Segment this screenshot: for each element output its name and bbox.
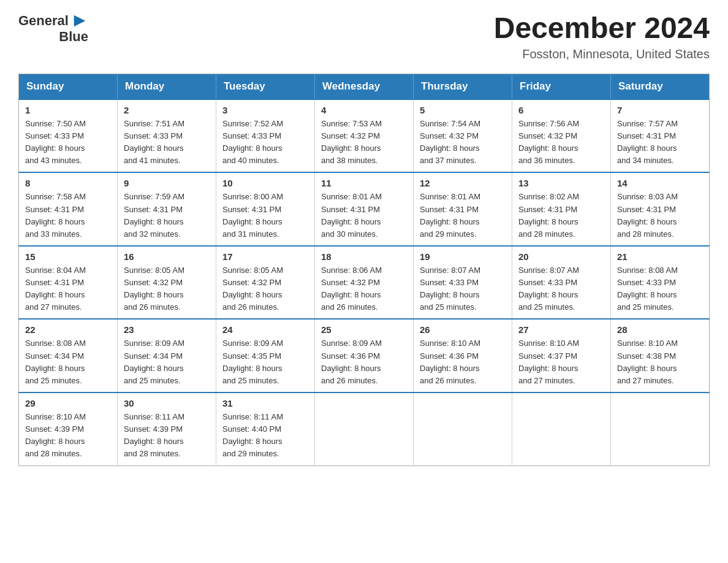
day-number: 13 (518, 178, 604, 188)
day-number: 5 (420, 105, 506, 115)
day-number: 20 (518, 251, 604, 262)
day-number: 4 (321, 105, 407, 115)
calendar-day-cell: 18 Sunrise: 8:06 AMSunset: 4:32 PMDaylig… (315, 246, 414, 320)
day-info: Sunrise: 8:02 AMSunset: 4:31 PMDaylight:… (518, 191, 604, 240)
day-number: 6 (518, 105, 604, 115)
day-info: Sunrise: 8:00 AMSunset: 4:31 PMDaylight:… (222, 191, 308, 240)
calendar-week-row: 1 Sunrise: 7:50 AMSunset: 4:33 PMDayligh… (19, 99, 710, 173)
calendar-day-cell: 8 Sunrise: 7:58 AMSunset: 4:31 PMDayligh… (19, 172, 118, 246)
logo: General Blue (18, 12, 88, 44)
day-number: 16 (124, 251, 210, 262)
day-info: Sunrise: 8:01 AMSunset: 4:31 PMDaylight:… (321, 191, 407, 240)
day-info: Sunrise: 8:04 AMSunset: 4:31 PMDaylight:… (25, 264, 111, 314)
day-info: Sunrise: 7:56 AMSunset: 4:32 PMDaylight:… (518, 118, 604, 167)
day-number: 31 (222, 398, 308, 408)
day-info: Sunrise: 8:10 AMSunset: 4:36 PMDaylight:… (420, 337, 506, 387)
day-info: Sunrise: 7:59 AMSunset: 4:31 PMDaylight:… (124, 191, 210, 240)
calendar-day-cell (611, 393, 710, 465)
day-number: 7 (617, 105, 703, 115)
day-number: 21 (617, 251, 703, 262)
day-number: 24 (222, 324, 308, 335)
calendar-day-cell: 31 Sunrise: 8:11 AMSunset: 4:40 PMDaylig… (216, 393, 315, 465)
calendar-day-cell: 2 Sunrise: 7:51 AMSunset: 4:33 PMDayligh… (118, 99, 216, 173)
day-number: 22 (25, 324, 111, 335)
day-info: Sunrise: 8:03 AMSunset: 4:31 PMDaylight:… (617, 191, 703, 240)
calendar-day-cell: 16 Sunrise: 8:05 AMSunset: 4:32 PMDaylig… (118, 246, 216, 320)
day-number: 3 (222, 105, 308, 115)
day-number: 17 (222, 251, 308, 262)
calendar-day-cell: 19 Sunrise: 8:07 AMSunset: 4:33 PMDaylig… (414, 246, 512, 320)
day-info: Sunrise: 8:10 AMSunset: 4:37 PMDaylight:… (518, 337, 604, 387)
day-info: Sunrise: 8:09 AMSunset: 4:36 PMDaylight:… (321, 337, 407, 387)
calendar-day-cell: 3 Sunrise: 7:52 AMSunset: 4:33 PMDayligh… (216, 99, 315, 173)
logo-blue: Blue (59, 29, 88, 44)
day-info: Sunrise: 7:52 AMSunset: 4:33 PMDaylight:… (222, 118, 308, 167)
calendar-day-cell: 23 Sunrise: 8:09 AMSunset: 4:34 PMDaylig… (118, 319, 216, 393)
day-info: Sunrise: 8:09 AMSunset: 4:35 PMDaylight:… (222, 337, 308, 387)
day-info: Sunrise: 8:01 AMSunset: 4:31 PMDaylight:… (420, 191, 506, 240)
day-number: 23 (124, 324, 210, 335)
calendar-week-row: 8 Sunrise: 7:58 AMSunset: 4:31 PMDayligh… (19, 172, 710, 246)
day-info: Sunrise: 8:05 AMSunset: 4:32 PMDaylight:… (222, 264, 308, 314)
day-number: 30 (124, 398, 210, 408)
day-number: 25 (321, 324, 407, 335)
calendar-day-cell: 20 Sunrise: 8:07 AMSunset: 4:33 PMDaylig… (512, 246, 611, 320)
day-info: Sunrise: 8:11 AMSunset: 4:39 PMDaylight:… (124, 411, 210, 461)
calendar-title: December 2024 (494, 12, 710, 45)
day-number: 9 (124, 178, 210, 188)
calendar-day-cell: 13 Sunrise: 8:02 AMSunset: 4:31 PMDaylig… (512, 172, 611, 246)
header-friday: Friday (512, 74, 611, 99)
day-info: Sunrise: 7:53 AMSunset: 4:32 PMDaylight:… (321, 118, 407, 167)
day-number: 29 (25, 398, 111, 408)
calendar-day-cell: 24 Sunrise: 8:09 AMSunset: 4:35 PMDaylig… (216, 319, 315, 393)
day-number: 8 (25, 178, 111, 188)
day-number: 28 (617, 324, 703, 335)
day-info: Sunrise: 8:07 AMSunset: 4:33 PMDaylight:… (518, 264, 604, 314)
calendar-day-cell: 4 Sunrise: 7:53 AMSunset: 4:32 PMDayligh… (315, 99, 414, 173)
day-info: Sunrise: 7:57 AMSunset: 4:31 PMDaylight:… (617, 118, 703, 167)
day-number: 14 (617, 178, 703, 188)
header-wednesday: Wednesday (315, 74, 414, 99)
calendar-day-cell: 9 Sunrise: 7:59 AMSunset: 4:31 PMDayligh… (118, 172, 216, 246)
calendar-day-cell: 22 Sunrise: 8:08 AMSunset: 4:34 PMDaylig… (19, 319, 118, 393)
calendar-day-cell: 14 Sunrise: 8:03 AMSunset: 4:31 PMDaylig… (611, 172, 710, 246)
calendar-day-cell: 25 Sunrise: 8:09 AMSunset: 4:36 PMDaylig… (315, 319, 414, 393)
header-tuesday: Tuesday (216, 74, 315, 99)
calendar-day-cell: 6 Sunrise: 7:56 AMSunset: 4:32 PMDayligh… (512, 99, 611, 173)
day-number: 11 (321, 178, 407, 188)
day-info: Sunrise: 8:10 AMSunset: 4:38 PMDaylight:… (617, 337, 703, 387)
calendar-day-cell: 1 Sunrise: 7:50 AMSunset: 4:33 PMDayligh… (19, 99, 118, 173)
header-saturday: Saturday (611, 74, 710, 99)
calendar-day-cell: 7 Sunrise: 7:57 AMSunset: 4:31 PMDayligh… (611, 99, 710, 173)
day-number: 2 (124, 105, 210, 115)
calendar-day-cell: 28 Sunrise: 8:10 AMSunset: 4:38 PMDaylig… (611, 319, 710, 393)
day-number: 19 (420, 251, 506, 262)
calendar-subtitle: Fosston, Minnesota, United States (494, 47, 710, 61)
day-info: Sunrise: 8:05 AMSunset: 4:32 PMDaylight:… (124, 264, 210, 314)
day-number: 10 (222, 178, 308, 188)
day-info: Sunrise: 7:51 AMSunset: 4:33 PMDaylight:… (124, 118, 210, 167)
calendar-day-cell (512, 393, 611, 465)
day-info: Sunrise: 8:08 AMSunset: 4:34 PMDaylight:… (25, 337, 111, 387)
logo-arrow-icon (71, 12, 88, 29)
calendar-day-cell: 11 Sunrise: 8:01 AMSunset: 4:31 PMDaylig… (315, 172, 414, 246)
calendar-day-cell: 5 Sunrise: 7:54 AMSunset: 4:32 PMDayligh… (414, 99, 512, 173)
day-info: Sunrise: 7:50 AMSunset: 4:33 PMDaylight:… (25, 118, 111, 167)
calendar-body: 1 Sunrise: 7:50 AMSunset: 4:33 PMDayligh… (19, 99, 710, 465)
header-sunday: Sunday (19, 74, 118, 99)
day-info: Sunrise: 7:58 AMSunset: 4:31 PMDaylight:… (25, 191, 111, 240)
day-number: 27 (518, 324, 604, 335)
day-info: Sunrise: 7:54 AMSunset: 4:32 PMDaylight:… (420, 118, 506, 167)
calendar-day-cell: 21 Sunrise: 8:08 AMSunset: 4:33 PMDaylig… (611, 246, 710, 320)
day-info: Sunrise: 8:09 AMSunset: 4:34 PMDaylight:… (124, 337, 210, 387)
day-info: Sunrise: 8:06 AMSunset: 4:32 PMDaylight:… (321, 264, 407, 314)
calendar-table: Sunday Monday Tuesday Wednesday Thursday… (18, 74, 710, 466)
calendar-day-cell: 26 Sunrise: 8:10 AMSunset: 4:36 PMDaylig… (414, 319, 512, 393)
calendar-day-cell: 17 Sunrise: 8:05 AMSunset: 4:32 PMDaylig… (216, 246, 315, 320)
logo-general: General (18, 13, 69, 28)
day-info: Sunrise: 8:07 AMSunset: 4:33 PMDaylight:… (420, 264, 506, 314)
day-info: Sunrise: 8:08 AMSunset: 4:33 PMDaylight:… (617, 264, 703, 314)
weekday-header-row: Sunday Monday Tuesday Wednesday Thursday… (19, 74, 710, 99)
day-number: 26 (420, 324, 506, 335)
calendar-day-cell (315, 393, 414, 465)
